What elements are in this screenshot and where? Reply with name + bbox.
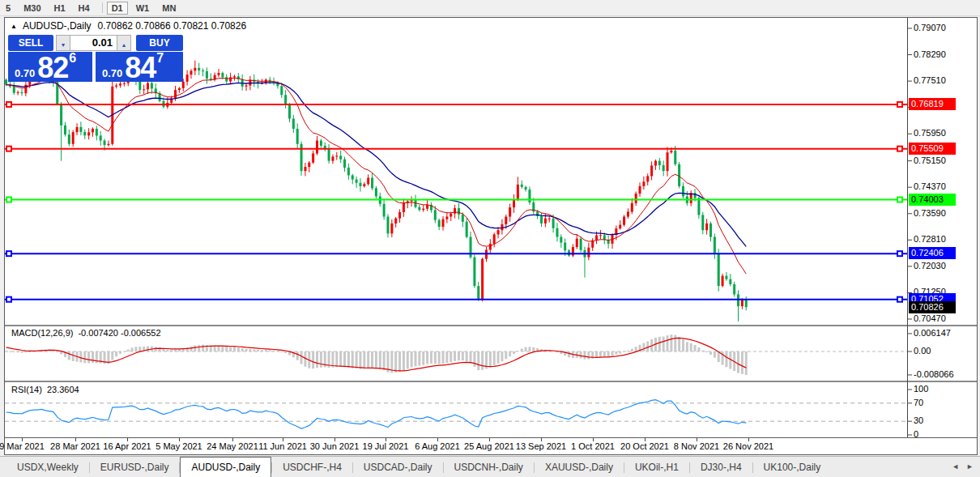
chart-tab-usdx-weekly[interactable]: USDX,Weekly xyxy=(6,457,89,477)
one-click-trading-panel: SELL ▼ 0.01 ▲ BUY 0.70826 0.70847 xyxy=(8,35,183,82)
chart-tab-dj30-h4[interactable]: DJ30-,H4 xyxy=(690,457,752,477)
sell-price-pipette: 6 xyxy=(69,52,76,64)
trading-platform-window: 5M30H1H4D1W1MN ▲AUDUSD-,Daily0.70862 0.7… xyxy=(0,0,980,477)
chart-tab-bar: USDX,WeeklyEURUSD-,DailyAUDUSD-,DailyUSD… xyxy=(0,456,980,477)
buy-price-prefix: 0.70 xyxy=(102,68,122,79)
chart-title: ▲AUDUSD-,Daily0.70862 0.70866 0.70821 0.… xyxy=(11,20,246,32)
triangle-up-icon: ▲ xyxy=(121,42,127,48)
rsi-value: 23.3604 xyxy=(47,385,79,394)
chart-tab-eurusd-daily[interactable]: EURUSD-,Daily xyxy=(90,457,180,477)
chart-symbol-period: AUDUSD-,Daily xyxy=(23,20,92,32)
macd-indicator-label: MACD(12,26,9)-0.007420 -0.006552 xyxy=(11,328,161,338)
volume-input[interactable]: 0.01 xyxy=(70,35,117,51)
chart-ohlc-values: 0.70862 0.70866 0.70821 0.70826 xyxy=(98,20,247,32)
tab-scroll-left-icon[interactable]: ◄ xyxy=(952,462,959,471)
buy-price-panel[interactable]: 0.70847 xyxy=(96,52,183,82)
chart-tab-uk100-daily[interactable]: UK100-,Daily xyxy=(753,457,832,477)
collapse-panel-icon[interactable]: ▲ xyxy=(11,23,17,30)
buy-price-big-digits: 84 xyxy=(125,56,156,79)
sell-button[interactable]: SELL xyxy=(8,35,53,51)
sell-price-prefix: 0.70 xyxy=(15,68,35,79)
chart-tab-usdcnh-daily[interactable]: USDCNH-,Daily xyxy=(444,457,534,477)
tab-scroll-right-icon[interactable]: ► xyxy=(966,462,974,471)
rsi-name: RSI(14) xyxy=(11,385,42,394)
macd-name: MACD(12,26,9) xyxy=(11,328,73,338)
rsi-indicator-label: RSI(14)23.3604 xyxy=(11,385,79,394)
volume-increase-button[interactable]: ▲ xyxy=(117,35,131,51)
chart-tab-xauusd-daily[interactable]: XAUUSD-,Daily xyxy=(535,457,624,477)
chart-tab-ukoil-h1[interactable]: UKOil-,H1 xyxy=(624,457,689,477)
sell-price-big-digits: 82 xyxy=(37,56,68,79)
chart-tab-usdcad-daily[interactable]: USDCAD-,Daily xyxy=(353,457,443,477)
volume-decrease-button[interactable]: ▼ xyxy=(56,35,70,51)
chart-tab-usdchf-h4[interactable]: USDCHF-,H4 xyxy=(272,457,352,477)
triangle-down-icon: ▼ xyxy=(61,42,66,48)
buy-price-pipette: 7 xyxy=(156,52,164,64)
tab-scroll-arrows: ◄► xyxy=(944,462,974,471)
chart-tab-audusd-daily[interactable]: AUDUSD-,Daily xyxy=(180,457,271,477)
buy-button[interactable]: BUY xyxy=(136,35,183,51)
macd-values: -0.007420 -0.006552 xyxy=(78,328,160,338)
sell-price-panel[interactable]: 0.70826 xyxy=(8,52,92,82)
price-quote-panels: 0.70826 0.70847 xyxy=(8,52,183,82)
